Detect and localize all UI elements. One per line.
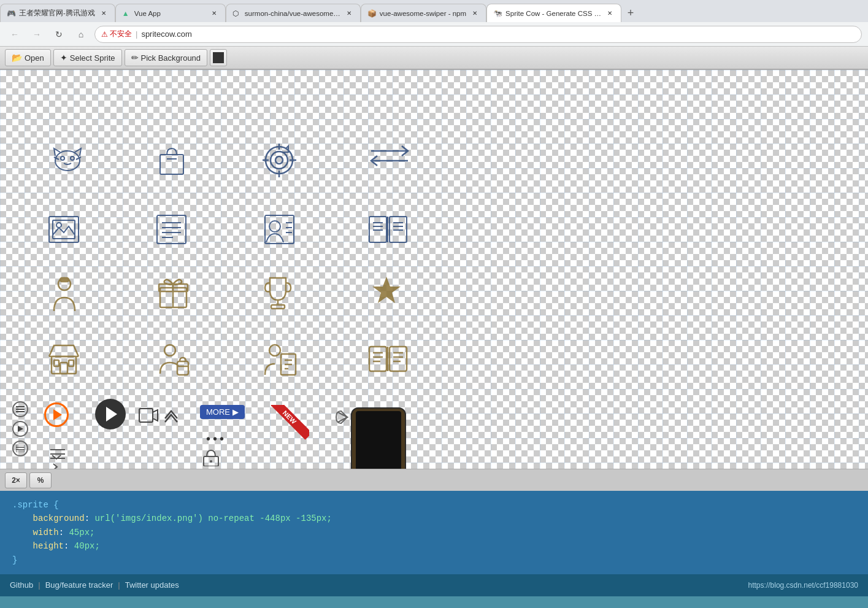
- table-button[interactable]: [12, 441, 28, 456]
- tab-1-label: 王者荣耀官网-腾讯游戏: [19, 9, 95, 18]
- sprite-shop-icon[interactable]: [48, 343, 80, 375]
- expand-right-icon[interactable]: [51, 463, 60, 469]
- more-button[interactable]: MORE ▶: [200, 405, 245, 419]
- sprite-scroll-icon[interactable]: [368, 343, 408, 375]
- play-orange-button[interactable]: [44, 402, 69, 427]
- tab-5-close[interactable]: ✕: [605, 9, 615, 18]
- zoom-bar: 2× %: [0, 469, 868, 491]
- eyedropper-icon: ✏: [131, 53, 139, 63]
- side-controls: [12, 401, 28, 456]
- code-area: .sprite { background: url('imgs/index.pn…: [0, 491, 868, 574]
- tab-1-close[interactable]: ✕: [99, 9, 109, 18]
- svg-rect-46: [60, 363, 67, 374]
- tab-2-favicon: ▲: [122, 9, 131, 18]
- sprite-person-doc-icon[interactable]: [263, 343, 298, 377]
- open-button[interactable]: 📂 Open: [5, 49, 51, 66]
- tab-3-favicon: ⬡: [232, 9, 241, 18]
- sprite-person-bag-icon[interactable]: [156, 343, 190, 377]
- new-badge[interactable]: NEW: [271, 405, 309, 443]
- svg-point-0: [55, 151, 80, 171]
- reload-button[interactable]: ↻: [50, 26, 67, 43]
- zoom-percent-button[interactable]: %: [29, 472, 52, 488]
- svg-rect-73: [139, 409, 153, 422]
- svg-rect-50: [177, 361, 188, 375]
- up-arrow-icon[interactable]: [162, 406, 180, 427]
- svg-rect-3: [160, 155, 183, 174]
- sprite-character-icon[interactable]: [49, 275, 80, 312]
- github-link[interactable]: Github: [10, 580, 33, 590]
- sprite-bag-icon[interactable]: [156, 144, 187, 177]
- sprite-toolbar: 📂 Open ✦ Select Sprite ✏ Pick Background: [0, 47, 868, 70]
- tab-5-label: Sprite Cow - Generate CSS fo...: [505, 10, 601, 17]
- sprite-arrows-icon[interactable]: [368, 144, 411, 174]
- menu-button[interactable]: [12, 401, 28, 417]
- forward-button[interactable]: →: [28, 26, 45, 43]
- share-icon[interactable]: [329, 405, 353, 432]
- svg-rect-57: [369, 347, 386, 371]
- svg-rect-42: [271, 305, 285, 309]
- svg-rect-44: [52, 356, 76, 374]
- sprite-document-icon[interactable]: [155, 214, 188, 245]
- svg-rect-70: [16, 445, 25, 447]
- tab-3-close[interactable]: ✕: [344, 9, 354, 18]
- tab-4-close[interactable]: ✕: [470, 9, 480, 18]
- color-swatch-button[interactable]: [210, 49, 227, 66]
- svg-rect-72: [16, 450, 25, 452]
- svg-point-6: [271, 152, 288, 169]
- home-button[interactable]: ⌂: [72, 26, 90, 43]
- tab-1[interactable]: 🎮 王者荣耀官网-腾讯游戏 ✕: [0, 4, 115, 22]
- new-tab-button[interactable]: +: [621, 4, 640, 22]
- svg-marker-43: [372, 277, 401, 303]
- sep-2: |: [118, 580, 120, 590]
- tab-2-label: Vue App: [134, 10, 205, 17]
- video-button[interactable]: [12, 421, 28, 437]
- canvas-area[interactable]: MORE ▶ ••• NEW: [0, 70, 868, 469]
- sprite-target-icon[interactable]: [263, 144, 296, 177]
- bug-tracker-link[interactable]: Bug/feature tracker: [45, 580, 113, 590]
- back-button[interactable]: ←: [6, 26, 23, 43]
- svg-point-1: [61, 156, 64, 160]
- footer-links: Github | Bug/feature tracker | Twitter u…: [10, 580, 179, 590]
- sprite-star-icon[interactable]: [371, 275, 402, 306]
- select-sprite-button[interactable]: ✦ Select Sprite: [53, 49, 122, 66]
- tab-2-close[interactable]: ✕: [209, 9, 219, 18]
- tab-3-label: surmon-china/vue-awesome-...: [245, 10, 340, 17]
- sprite-book-icon[interactable]: [368, 214, 408, 245]
- tab-bar: 🎮 王者荣耀官网-腾讯游戏 ✕ ▲ Vue App ✕ ⬡ surmon-chi…: [0, 0, 868, 22]
- sprite-gift-icon[interactable]: [156, 275, 190, 309]
- svg-point-2: [71, 156, 74, 160]
- lock-icon[interactable]: [202, 448, 220, 469]
- url-security-warning: ⚠ 不安全: [101, 29, 132, 39]
- tab-5[interactable]: 🐄 Sprite Cow - Generate CSS fo... ✕: [486, 4, 621, 22]
- tab-2[interactable]: ▲ Vue App ✕: [115, 4, 226, 22]
- footer-url: https://blog.csdn.net/ccf19881030: [748, 581, 858, 590]
- svg-marker-69: [18, 426, 23, 432]
- sep-1: |: [38, 580, 40, 590]
- url-separator: |: [136, 29, 137, 39]
- browser-chrome: 🎮 王者荣耀官网-腾讯游戏 ✕ ▲ Vue App ✕ ⬡ surmon-chi…: [0, 0, 868, 70]
- sprite-trophy-icon[interactable]: [263, 275, 293, 311]
- sprite-photo-icon[interactable]: [48, 214, 80, 245]
- url-bar[interactable]: ⚠ 不安全 | spritecow.com: [94, 26, 862, 43]
- tab-3[interactable]: ⬡ surmon-china/vue-awesome-... ✕: [226, 4, 361, 22]
- twitter-link[interactable]: Twitter updates: [125, 580, 179, 590]
- zoom-2x-button[interactable]: 2×: [5, 472, 27, 488]
- video-icon[interactable]: [138, 406, 159, 427]
- sprite-id-icon[interactable]: [263, 214, 296, 245]
- tab-4[interactable]: 📦 vue-awesome-swiper - npm ✕: [361, 4, 486, 22]
- svg-marker-74: [153, 410, 158, 421]
- svg-rect-58: [390, 347, 407, 371]
- tab-1-favicon: 🎮: [7, 9, 15, 18]
- pick-background-button[interactable]: ✏ Pick Background: [125, 49, 208, 66]
- tab-5-favicon: 🐄: [493, 9, 502, 18]
- more-dots[interactable]: •••: [206, 432, 226, 446]
- play-dark-button[interactable]: [95, 399, 126, 429]
- tablet-screen: [356, 411, 401, 469]
- sprite-cat-icon[interactable]: [49, 144, 86, 180]
- svg-point-49: [164, 345, 175, 356]
- tab-4-favicon: 📦: [367, 9, 376, 18]
- url-text: spritecow.com: [141, 29, 191, 39]
- tablet-device: [351, 407, 406, 469]
- folder-icon: 📂: [12, 53, 22, 63]
- svg-rect-71: [16, 447, 25, 450]
